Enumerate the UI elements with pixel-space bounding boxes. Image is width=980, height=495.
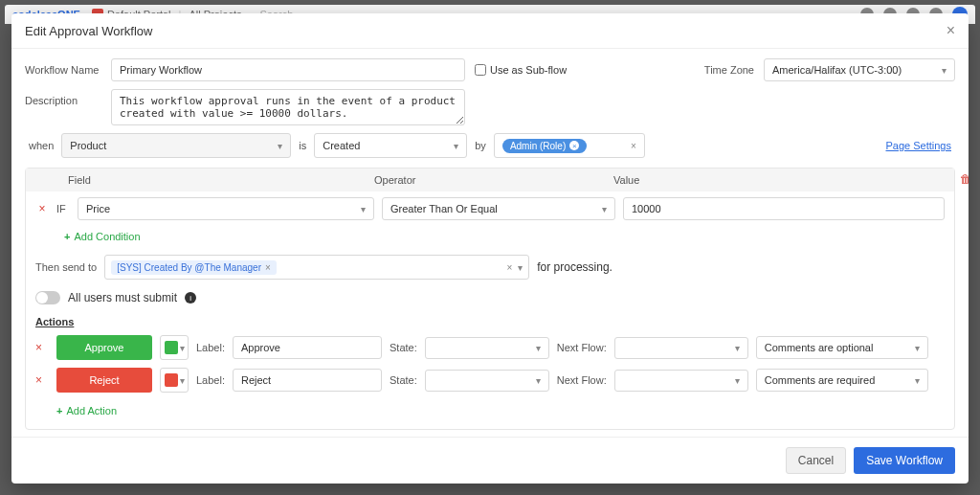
clear-recipients-icon[interactable]: × [506,262,512,273]
condition-value-input[interactable] [623,197,945,220]
use-as-subflow-checkbox[interactable]: Use as Sub-flow [475,58,567,76]
approve-button[interactable]: Approve [56,335,152,360]
remove-action-icon[interactable]: × [35,373,49,387]
by-role-select[interactable]: Admin (Role)× × [494,133,645,158]
chevron-down-icon: ▾ [278,141,282,151]
chevron-down-icon[interactable]: ▾ [518,262,523,273]
info-icon[interactable]: i [185,292,196,304]
remove-action-icon[interactable]: × [35,341,49,354]
condition-operator-select[interactable]: Greater Than Or Equal▾ [382,197,615,220]
color-swatch [165,373,178,387]
action-state-select[interactable]: ▾ [425,370,549,392]
action-nextflow-select[interactable]: ▾ [614,370,748,392]
description-label: Description [25,89,101,106]
color-picker[interactable]: ▾ [160,335,189,360]
operation-select[interactable]: Created▾ [314,133,467,158]
chevron-down-icon: ▾ [942,65,947,76]
color-swatch [165,341,178,354]
color-picker[interactable]: ▾ [160,368,189,393]
chevron-down-icon: ▾ [361,204,366,214]
timezone-label: Time Zone [704,58,754,76]
condition-field-select[interactable]: Price▾ [78,197,374,220]
action-state-select[interactable]: ▾ [425,337,549,359]
clear-icon[interactable]: × [631,141,636,151]
for-processing-label: for processing. [537,260,612,274]
send-to-input[interactable]: [SYS] Created By @The Manager × × ▾ [104,255,529,280]
save-workflow-button[interactable]: Save Workflow [854,447,955,474]
chevron-down-icon: ▾ [454,141,458,151]
role-pill: Admin (Role)× [502,139,587,153]
remove-role-icon[interactable]: × [569,141,579,150]
add-action-button[interactable]: +Add Action [56,405,117,416]
action-comments-select[interactable]: Comments are required▾ [756,369,928,392]
delete-process-icon[interactable]: 🗑 [960,172,969,186]
action-comments-select[interactable]: Comments are optional▾ [756,336,928,359]
remove-condition-icon[interactable]: × [35,202,49,215]
action-label-input[interactable] [233,336,382,359]
recipient-tag: [SYS] Created By @The Manager × [111,260,277,275]
edit-workflow-modal: Edit Approval Workflow × Workflow Name U… [11,13,969,484]
chevron-down-icon: ▾ [180,375,185,386]
actions-heading: Actions [26,308,954,331]
cancel-button[interactable]: Cancel [786,447,846,474]
subflow-checkbox[interactable] [475,64,486,76]
action-nextflow-select[interactable]: ▾ [614,337,748,359]
action-row-approve: × Approve ▾ Label: State: ▾ Next Flow: ▾… [26,331,954,364]
reject-button[interactable]: Reject [56,368,152,393]
chevron-down-icon: ▾ [180,343,185,353]
when-label: when [29,140,54,151]
condition-row: × IF Price▾ Greater Than Or Equal▾ [26,191,954,226]
page-settings-link[interactable]: Page Settings [886,140,952,151]
modal-title: Edit Approval Workflow [25,24,152,38]
by-label: by [475,140,486,151]
workflow-name-label: Workflow Name [25,58,101,76]
description-input[interactable]: This workflow approval runs in the event… [111,89,465,125]
timezone-select[interactable]: America/Halifax (UTC-3:00) ▾ [764,58,955,81]
chevron-down-icon: ▾ [602,204,607,214]
action-label-input[interactable] [233,369,382,392]
if-label: IF [56,203,70,214]
workflow-name-input[interactable] [111,58,465,81]
remove-recipient-icon[interactable]: × [265,262,271,273]
is-label: is [299,140,306,151]
process-block: 🗑 Field Operator Value × IF Price▾ Great… [25,168,955,430]
close-icon[interactable]: × [947,23,955,38]
all-users-toggle[interactable] [35,291,60,304]
send-to-label: Then send to [35,261,97,273]
action-row-reject: × Reject ▾ Label: State: ▾ Next Flow: ▾ … [26,364,954,396]
conditions-header: Field Operator Value [26,169,954,191]
add-condition-button[interactable]: +Add Condition [64,231,141,242]
entity-select[interactable]: Product▾ [61,133,291,158]
all-users-label: All users must submit [68,291,177,304]
